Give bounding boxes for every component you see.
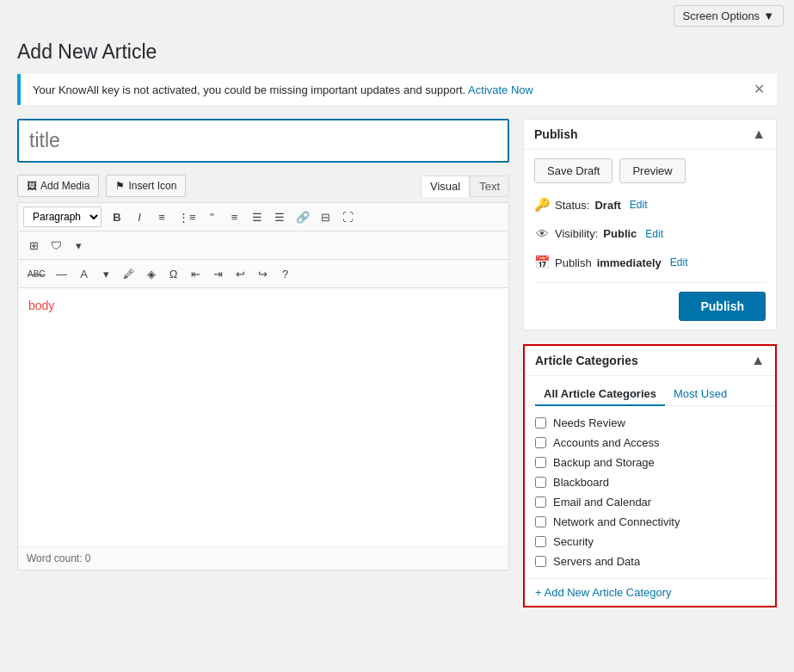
strikethrough-button[interactable]: ABC bbox=[23, 263, 50, 284]
redo-button[interactable]: ↪ bbox=[253, 263, 274, 284]
visibility-icon: 👁 bbox=[534, 226, 550, 241]
sidebar: Publish ▲ Save Draft Preview 🔑 Status: D… bbox=[523, 119, 777, 621]
tab-all-categories[interactable]: All Article Categories bbox=[535, 383, 665, 406]
list-item: Needs Review bbox=[535, 413, 765, 433]
publish-time-label: Publish bbox=[555, 256, 592, 269]
publish-title: Publish bbox=[534, 127, 578, 141]
visibility-edit-link[interactable]: Edit bbox=[645, 228, 663, 240]
toolbar-row-2: ⊞ 🛡 ▾ bbox=[18, 231, 508, 260]
publish-time-edit-link[interactable]: Edit bbox=[670, 256, 688, 268]
add-new-category-link[interactable]: + Add New Article Category bbox=[525, 578, 775, 606]
word-count: Word count: 0 bbox=[18, 546, 508, 570]
shield-dropdown-button[interactable]: ▾ bbox=[68, 235, 89, 256]
list-item: Blackboard bbox=[535, 472, 765, 492]
categories-title: Article Categories bbox=[535, 354, 638, 367]
category-checkbox-accounts-access[interactable] bbox=[535, 437, 546, 448]
link-button[interactable]: 🔗 bbox=[292, 207, 314, 227]
status-value: Draft bbox=[594, 199, 620, 212]
publish-btn-row: Publish bbox=[534, 282, 766, 321]
publish-actions: Save Draft Preview bbox=[534, 158, 766, 183]
calendar-icon: 📅 bbox=[534, 255, 550, 270]
custom-char-button[interactable]: 🖉 bbox=[119, 263, 139, 284]
status-row: 🔑 Status: Draft Edit bbox=[534, 194, 766, 216]
chevron-down-icon: ▼ bbox=[763, 9, 774, 22]
category-checkbox-network-connectivity[interactable] bbox=[535, 516, 546, 527]
visibility-value: Public bbox=[603, 227, 637, 240]
editor-toolbar-top: 🖼 Add Media ⚑ Insert Icon Visual Text bbox=[17, 175, 509, 197]
screen-options-label: Screen Options bbox=[683, 9, 760, 22]
editor-box: Paragraph B I ≡ ⋮≡ " ≡ ☰ ☰ 🔗 ⊟ ⛶ ⊞ bbox=[17, 202, 509, 570]
tab-text[interactable]: Text bbox=[470, 176, 509, 197]
save-draft-button[interactable]: Save Draft bbox=[534, 158, 612, 183]
flag-icon: ⚑ bbox=[115, 180, 125, 192]
tab-visual[interactable]: Visual bbox=[421, 176, 470, 197]
categories-chevron-icon: ▲ bbox=[751, 353, 765, 368]
fullscreen-button[interactable]: ⛶ bbox=[338, 207, 359, 227]
text-color-button[interactable]: A bbox=[74, 263, 95, 284]
blockquote-button[interactable]: " bbox=[202, 207, 223, 227]
italic-button[interactable]: I bbox=[129, 207, 150, 227]
categories-box-header[interactable]: Article Categories ▲ bbox=[525, 346, 775, 376]
list-item: Accounts and Access bbox=[535, 433, 765, 453]
category-checkbox-servers-data[interactable] bbox=[535, 556, 546, 567]
align-center-button[interactable]: ☰ bbox=[247, 207, 268, 227]
status-icon: 🔑 bbox=[534, 197, 550, 213]
status-label: Status: bbox=[555, 199, 589, 212]
list-item: Backup and Storage bbox=[535, 453, 765, 472]
category-checkbox-blackboard[interactable] bbox=[535, 477, 546, 488]
list-item: Email and Calendar bbox=[535, 492, 765, 512]
unordered-list-button[interactable]: ≡ bbox=[151, 207, 172, 227]
indent-button[interactable]: ⇥ bbox=[208, 263, 229, 284]
horizontal-rule-button[interactable]: — bbox=[52, 263, 72, 284]
screen-options-button[interactable]: Screen Options ▼ bbox=[674, 5, 784, 27]
publish-chevron-icon: ▲ bbox=[752, 126, 766, 142]
list-item: Security bbox=[535, 532, 765, 552]
list-item: Servers and Data bbox=[535, 552, 765, 571]
shield-button[interactable]: 🛡 bbox=[46, 235, 66, 256]
align-left-button[interactable]: ≡ bbox=[225, 207, 245, 227]
category-checkbox-backup-storage[interactable] bbox=[535, 457, 546, 468]
undo-button[interactable]: ↩ bbox=[231, 263, 251, 284]
align-right-button[interactable]: ☰ bbox=[269, 207, 290, 227]
notice-close-button[interactable]: ✕ bbox=[754, 83, 765, 96]
outdent-button[interactable]: ⇤ bbox=[186, 263, 206, 284]
visual-text-tabs: Visual Text bbox=[421, 176, 509, 197]
table-button[interactable]: ⊞ bbox=[23, 235, 44, 256]
insert-icon-button[interactable]: ⚑ Insert Icon bbox=[106, 175, 186, 197]
visibility-row: 👁 Visibility: Public Edit bbox=[534, 223, 766, 244]
add-media-icon: 🖼 bbox=[27, 180, 37, 192]
publish-time-value: immediately bbox=[597, 256, 662, 269]
special-char-button[interactable]: Ω bbox=[163, 263, 184, 284]
list-item: Network and Connectivity bbox=[535, 512, 765, 532]
add-media-button[interactable]: 🖼 Add Media bbox=[17, 175, 99, 197]
ordered-list-button[interactable]: ⋮≡ bbox=[174, 207, 200, 227]
category-checkbox-needs-review[interactable] bbox=[535, 417, 546, 428]
bold-button[interactable]: B bbox=[107, 207, 127, 227]
visibility-label: Visibility: bbox=[555, 227, 598, 240]
notice-text: Your KnowAll key is not activated, you c… bbox=[33, 83, 533, 96]
category-checkbox-email-calendar[interactable] bbox=[535, 496, 546, 508]
paragraph-select[interactable]: Paragraph bbox=[23, 207, 102, 227]
preview-button[interactable]: Preview bbox=[619, 158, 685, 183]
help-button[interactable]: ? bbox=[275, 263, 296, 284]
more-toolbar-button[interactable]: ⊟ bbox=[316, 207, 336, 227]
categories-tabs: All Article Categories Most Used bbox=[525, 376, 775, 406]
tab-most-used[interactable]: Most Used bbox=[665, 383, 736, 406]
toolbar-row-3: ABC — A ▾ 🖉 ◈ Ω ⇤ ⇥ ↩ ↪ ? bbox=[18, 260, 508, 288]
page-title: Add New Article bbox=[17, 40, 777, 64]
editor-body[interactable]: body bbox=[18, 288, 508, 546]
publish-button[interactable]: Publish bbox=[679, 292, 766, 321]
categories-list: Needs Review Accounts and Access Backup … bbox=[525, 406, 775, 578]
notice-bar: Your KnowAll key is not activated, you c… bbox=[17, 74, 777, 105]
publish-box-header[interactable]: Publish ▲ bbox=[524, 120, 776, 150]
publish-box: Publish ▲ Save Draft Preview 🔑 Status: D… bbox=[523, 119, 777, 330]
status-edit-link[interactable]: Edit bbox=[630, 199, 648, 211]
eraser-button[interactable]: ◈ bbox=[141, 263, 162, 284]
title-input[interactable] bbox=[17, 119, 509, 163]
toolbar-row-1: Paragraph B I ≡ ⋮≡ " ≡ ☰ ☰ 🔗 ⊟ ⛶ bbox=[18, 203, 508, 231]
category-checkbox-security[interactable] bbox=[535, 536, 546, 547]
editor-area: 🖼 Add Media ⚑ Insert Icon Visual Text Pa… bbox=[17, 119, 509, 570]
text-color-dropdown-button[interactable]: ▾ bbox=[96, 263, 117, 284]
activate-now-link[interactable]: Activate Now bbox=[468, 83, 533, 96]
publish-time-row: 📅 Publish immediately Edit bbox=[534, 251, 766, 274]
